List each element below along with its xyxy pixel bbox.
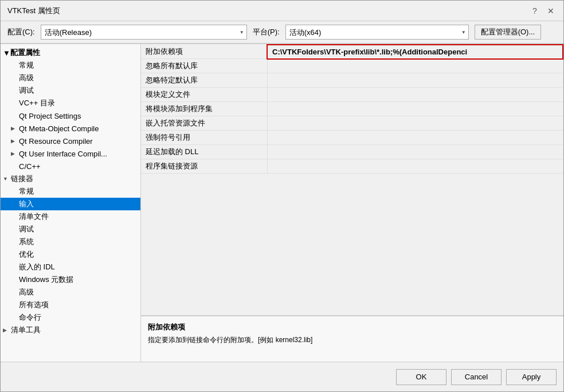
- tree-item-linker-input[interactable]: 输入: [1, 198, 140, 210]
- toolbar: 配置(C): 活动(Release) 平台(P): 活动(x64) 配置管理器(…: [1, 21, 563, 44]
- left-panel: ▼ 配置属性 常规高级调试VC++ 目录Qt Project Settings▶…: [1, 44, 141, 362]
- tree-label-qt-resource-compiler: Qt Resource Compiler: [19, 137, 93, 146]
- tree-item-linker-cmdline[interactable]: 命令行: [1, 311, 140, 324]
- table-row[interactable]: 附加依赖项C:\VTKFolders\VTK-prefix\lib\*.lib;…: [141, 45, 563, 59]
- tree-item-cpp[interactable]: C/C++: [1, 160, 140, 173]
- config-select[interactable]: 活动(Release): [41, 25, 247, 40]
- description-text: 指定要添加到链接命令行的附加项。[例如 kernel32.lib]: [148, 335, 557, 345]
- tree-label-linker: 链接器: [11, 174, 33, 184]
- prop-name-7: 延迟加载的 DLL: [141, 145, 267, 159]
- tree-item-linker-advanced[interactable]: 高级: [1, 286, 140, 299]
- prop-name-6: 强制符号引用: [141, 131, 267, 145]
- cancel-button[interactable]: Cancel: [451, 369, 502, 385]
- tree-label-general: 常规: [19, 60, 34, 70]
- table-row[interactable]: 强制符号引用: [141, 131, 563, 145]
- prop-name-8: 程序集链接资源: [141, 159, 267, 174]
- table-row[interactable]: 程序集链接资源: [141, 159, 563, 174]
- tree-label-linker-input: 输入: [19, 199, 34, 209]
- prop-name-1: 忽略所有默认库: [141, 59, 267, 73]
- tree-item-qt-project-settings[interactable]: Qt Project Settings: [1, 109, 140, 122]
- description-panel: 附加依赖项 指定要添加到链接命令行的附加项。[例如 kernel32.lib]: [141, 316, 563, 362]
- tree-root-section[interactable]: ▼ 配置属性: [1, 46, 140, 59]
- tree-label-linker-alloptions: 所有选项: [19, 300, 49, 310]
- tree-root-label: 配置属性: [10, 48, 40, 58]
- tree-container: 常规高级调试VC++ 目录Qt Project Settings▶Qt Meta…: [1, 59, 140, 336]
- tree-item-linker-idl[interactable]: 嵌入的 IDL: [1, 261, 140, 273]
- table-row[interactable]: 将模块添加到程序集: [141, 102, 563, 116]
- tree-item-linker-general[interactable]: 常规: [1, 185, 140, 198]
- tree-item-qt-ui-compiler[interactable]: ▶Qt User Interface Compil...: [1, 147, 140, 160]
- config-label: 配置(C):: [7, 27, 35, 37]
- window-title: VTKTest 属性页: [7, 6, 60, 16]
- tree-label-linker-winmeta: Windows 元数据: [19, 275, 73, 285]
- platform-select[interactable]: 活动(x64): [285, 25, 469, 40]
- table-row[interactable]: 延迟加载的 DLL: [141, 145, 563, 159]
- tree-item-debug[interactable]: 调试: [1, 84, 140, 97]
- tree-label-cpp: C/C++: [19, 162, 41, 171]
- tree-label-qt-project-settings: Qt Project Settings: [19, 112, 81, 120]
- platform-label: 平台(P):: [253, 27, 280, 37]
- footer: OK Cancel Apply: [1, 362, 563, 391]
- title-bar-controls: ? ✕: [529, 5, 557, 17]
- tree-label-vc-dirs: VC++ 目录: [19, 98, 55, 108]
- arrow-qt-ui-compiler-icon: ▶: [11, 151, 19, 156]
- tree-item-linker-debug[interactable]: 调试: [1, 223, 140, 236]
- main-window: VTKTest 属性页 ? ✕ 配置(C): 活动(Release) 平台(P)…: [0, 0, 564, 392]
- tree-label-advanced: 高级: [19, 73, 34, 83]
- prop-value-7: [267, 145, 563, 159]
- table-row[interactable]: 忽略所有默认库: [141, 59, 563, 73]
- tree-label-qt-ui-compiler: Qt User Interface Compil...: [19, 150, 107, 158]
- description-title: 附加依赖项: [148, 322, 557, 332]
- tree-item-linker-manifest[interactable]: 清单文件: [1, 210, 140, 223]
- tree-item-linker[interactable]: ▼ 链接器: [1, 173, 140, 185]
- tree-item-general[interactable]: 常规: [1, 59, 140, 72]
- prop-value-8: [267, 159, 563, 174]
- tree-item-linker-system[interactable]: 系统: [1, 236, 140, 248]
- prop-value-2: [267, 73, 563, 88]
- config-select-wrapper[interactable]: 活动(Release): [41, 25, 247, 40]
- tree-label-manifest-tool: 清单工具: [11, 325, 41, 335]
- title-bar: VTKTest 属性页 ? ✕: [1, 1, 563, 21]
- platform-select-wrapper[interactable]: 活动(x64): [285, 25, 469, 40]
- prop-value-5: [267, 116, 563, 131]
- right-panel: 附加依赖项C:\VTKFolders\VTK-prefix\lib\*.lib;…: [141, 44, 563, 362]
- prop-name-3: 模块定义文件: [141, 88, 267, 102]
- tree-item-manifest-tool[interactable]: ▶ 清单工具: [1, 324, 140, 336]
- arrow-linker-icon: ▼: [3, 176, 11, 182]
- tree-label-linker-cmdline: 命令行: [19, 312, 41, 323]
- tree-item-linker-optimize[interactable]: 优化: [1, 248, 140, 261]
- tree-item-qt-meta-object[interactable]: ▶Qt Meta-Object Compile: [1, 122, 140, 135]
- prop-name-2: 忽略特定默认库: [141, 73, 267, 88]
- arrow-qt-resource-compiler-icon: ▶: [11, 138, 19, 144]
- prop-value-1: [267, 59, 563, 73]
- prop-name-4: 将模块添加到程序集: [141, 102, 267, 116]
- table-row[interactable]: 嵌入托管资源文件: [141, 116, 563, 131]
- tree-label-linker-general: 常规: [19, 186, 34, 197]
- tree-item-linker-winmeta[interactable]: Windows 元数据: [1, 273, 140, 286]
- help-button[interactable]: ?: [529, 5, 540, 17]
- close-button[interactable]: ✕: [545, 5, 557, 17]
- tree-item-vc-dirs[interactable]: VC++ 目录: [1, 97, 140, 109]
- tree-item-advanced[interactable]: 高级: [1, 72, 140, 84]
- table-row[interactable]: 模块定义文件: [141, 88, 563, 102]
- arrow-qt-meta-object-icon: ▶: [11, 126, 19, 131]
- root-arrow-icon: ▼: [3, 49, 10, 57]
- ok-button[interactable]: OK: [396, 369, 446, 385]
- properties-table: 附加依赖项C:\VTKFolders\VTK-prefix\lib\*.lib;…: [141, 44, 563, 316]
- apply-button[interactable]: Apply: [506, 369, 557, 385]
- tree-label-linker-idl: 嵌入的 IDL: [19, 262, 55, 272]
- arrow-manifest-tool-icon: ▶: [3, 327, 11, 333]
- tree-label-qt-meta-object: Qt Meta-Object Compile: [19, 124, 99, 133]
- tree-label-linker-system: 系统: [19, 237, 34, 247]
- prop-value-6: [267, 131, 563, 145]
- tree-item-qt-resource-compiler[interactable]: ▶Qt Resource Compiler: [1, 135, 140, 147]
- tree-label-linker-debug: 调试: [19, 224, 34, 234]
- config-manager-button[interactable]: 配置管理器(O)...: [475, 25, 542, 40]
- prop-name-5: 嵌入托管资源文件: [141, 116, 267, 131]
- prop-value-4: [267, 102, 563, 116]
- tree-item-linker-alloptions[interactable]: 所有选项: [1, 299, 140, 311]
- tree-label-linker-advanced: 高级: [19, 287, 34, 297]
- tree-label-linker-manifest: 清单文件: [19, 211, 49, 222]
- props-table-element: 附加依赖项C:\VTKFolders\VTK-prefix\lib\*.lib;…: [141, 44, 563, 174]
- table-row[interactable]: 忽略特定默认库: [141, 73, 563, 88]
